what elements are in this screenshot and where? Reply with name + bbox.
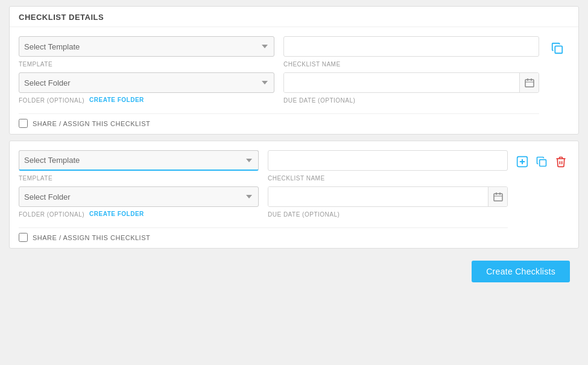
create-checklists-button[interactable]: Create Checklists: [472, 261, 570, 282]
copy-icon-2: [536, 156, 548, 168]
calendar-button-2[interactable]: [488, 187, 507, 206]
folder-label-1: FOLDER (OPTIONAL): [19, 97, 84, 104]
calendar-icon-1: [525, 78, 534, 87]
checklist-name-label-1: CHECKLIST NAME: [283, 61, 539, 68]
template-name-row-1: Select Template TEMPLATE CHECKLIST NAME: [19, 36, 539, 68]
calendar-button-1[interactable]: [519, 73, 539, 92]
delete-button-2[interactable]: [552, 153, 569, 170]
create-folder-link-1[interactable]: CREATE FOLDER: [89, 97, 144, 103]
template-label-2: TEMPLATE: [19, 175, 259, 182]
due-date-label-2: DUE DATE (OPTIONAL): [268, 211, 508, 218]
template-field-group-1: Select Template TEMPLATE: [19, 36, 274, 68]
folder-field-group-1: Select Folder FOLDER (OPTIONAL) CREATE F…: [19, 72, 274, 104]
due-date-input-1[interactable]: [284, 73, 519, 92]
footer: Create Checklists: [9, 255, 579, 288]
icon-column-2: [514, 150, 569, 170]
checklist-name-input-1[interactable]: [283, 36, 539, 57]
due-date-input-2[interactable]: [268, 187, 488, 206]
folder-label-2: FOLDER (OPTIONAL): [19, 211, 84, 218]
template-select-1[interactable]: Select Template: [19, 36, 274, 57]
folder-field-group-2: Select Folder FOLDER (OPTIONAL) CREATE F…: [19, 186, 259, 218]
checklist-2-fields: Select Template TEMPLATE CHECKLIST NAME: [19, 150, 508, 242]
svg-rect-5: [494, 194, 502, 201]
share-checkbox-2[interactable]: [19, 233, 28, 242]
checklist-row-2: Select Template TEMPLATE CHECKLIST NAME: [19, 150, 569, 242]
folder-label-row-2: FOLDER (OPTIONAL) CREATE FOLDER: [19, 209, 259, 218]
due-date-input-wrapper-1: [283, 72, 539, 93]
icon-column-1: [545, 36, 569, 57]
due-date-label-1: DUE DATE (OPTIONAL): [283, 97, 539, 104]
copy-button-1[interactable]: [548, 39, 566, 57]
template-name-row-2: Select Template TEMPLATE CHECKLIST NAME: [19, 150, 508, 182]
svg-rect-0: [525, 80, 534, 87]
share-row-2: SHARE / ASSIGN THIS CHECKLIST: [19, 227, 508, 242]
folder-label-row-1: FOLDER (OPTIONAL) CREATE FOLDER: [19, 95, 274, 104]
svg-rect-4: [555, 46, 562, 53]
due-date-input-wrapper-2: [268, 186, 508, 207]
due-date-group-2: DUE DATE (OPTIONAL): [268, 186, 508, 218]
checklist-details-section: CHECKLIST DETAILS Select Template TEMPLA…: [9, 6, 579, 135]
calendar-icon-2: [493, 192, 503, 202]
create-folder-link-2[interactable]: CREATE FOLDER: [89, 211, 144, 217]
checklist-row-1: Select Template TEMPLATE CHECKLIST NAME: [19, 36, 569, 128]
folder-due-row-1: Select Folder FOLDER (OPTIONAL) CREATE F…: [19, 72, 539, 104]
page-title: CHECKLIST DETAILS: [10, 7, 578, 27]
copy-icon-1: [551, 42, 564, 55]
add-icon-2: [516, 156, 528, 168]
action-icons-2: [514, 153, 569, 170]
checklist-section-2: Select Template TEMPLATE CHECKLIST NAME: [9, 141, 579, 249]
share-row-1: SHARE / ASSIGN THIS CHECKLIST: [19, 113, 539, 128]
template-field-group-2: Select Template TEMPLATE: [19, 150, 259, 182]
due-date-group-1: DUE DATE (OPTIONAL): [283, 72, 539, 104]
share-label-2: SHARE / ASSIGN THIS CHECKLIST: [33, 234, 150, 241]
template-select-2[interactable]: Select Template: [19, 150, 259, 171]
checklist-1-fields: Select Template TEMPLATE CHECKLIST NAME: [19, 36, 539, 128]
folder-select-1[interactable]: Select Folder: [19, 72, 274, 93]
share-checkbox-1[interactable]: [19, 119, 28, 128]
folder-due-row-2: Select Folder FOLDER (OPTIONAL) CREATE F…: [19, 186, 508, 218]
copy-button-2[interactable]: [533, 153, 550, 170]
checklist-name-group-2: CHECKLIST NAME: [268, 150, 508, 182]
share-label-1: SHARE / ASSIGN THIS CHECKLIST: [33, 120, 150, 127]
trash-icon-2: [555, 156, 567, 168]
add-button-2[interactable]: [514, 153, 531, 170]
checklist-name-label-2: CHECKLIST NAME: [268, 175, 508, 182]
checklist-name-group-1: CHECKLIST NAME: [283, 36, 539, 68]
checklist-name-input-2[interactable]: [268, 150, 508, 171]
template-label-1: TEMPLATE: [19, 61, 274, 68]
svg-rect-12: [540, 160, 546, 167]
folder-select-2[interactable]: Select Folder: [19, 186, 259, 207]
